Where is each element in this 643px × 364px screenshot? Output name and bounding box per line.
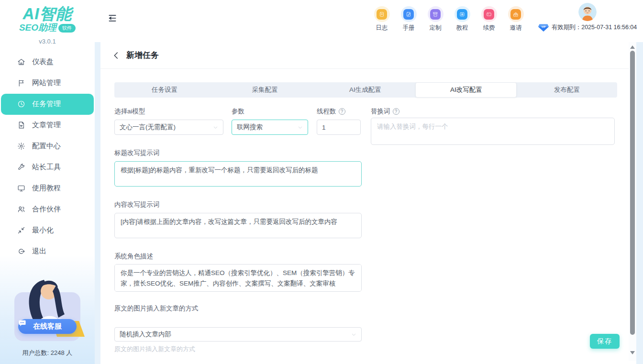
- chevron-down-icon: [298, 125, 303, 130]
- account-area: VIP 有效期到：2025-07-31 16:56:04: [536, 3, 639, 32]
- gear-icon: [17, 142, 25, 150]
- sidebar-item-label: 配置中心: [32, 142, 61, 151]
- sidebar-item-partners[interactable]: 合作伙伴: [0, 199, 95, 220]
- clock-icon: [17, 100, 25, 108]
- title-prompt-label: 标题改写提示词: [114, 149, 160, 157]
- ai-model-select[interactable]: 文心一言(无需配置): [114, 120, 223, 135]
- system-role-label: 系统角色描述: [114, 252, 153, 261]
- sidebar-item-label: 任务管理: [32, 99, 61, 109]
- scrollbar[interactable]: [629, 42, 636, 361]
- shortcut-renew[interactable]: 续费: [478, 6, 499, 32]
- sidebar-item-label: 最小化: [32, 226, 54, 235]
- replace-words-label: 替换词: [371, 107, 399, 116]
- people-icon: [17, 205, 25, 213]
- param-select[interactable]: 联网搜索: [232, 120, 308, 135]
- mail-icon: [513, 11, 519, 17]
- tab-collect-config[interactable]: 采集配置: [215, 82, 315, 98]
- document-icon: [17, 121, 25, 129]
- online-service-label: 在线客服: [33, 322, 62, 331]
- vip-badge-icon: VIP: [538, 24, 549, 32]
- param-label: 参数: [232, 107, 244, 116]
- sidebar-item-label: 文章管理: [32, 121, 61, 130]
- sidebar-item-dashboard[interactable]: 仪表盘: [0, 52, 95, 73]
- content-prompt-textarea[interactable]: [内容]请根据上面的文章内容，改写这篇文章，只需要返回改写后的文章内容: [114, 213, 362, 238]
- topbar: 日志 手册 定制 教程 续费: [95, 0, 643, 42]
- sidebar-item-webmaster-tools[interactable]: 站长工具: [0, 157, 95, 178]
- logo-badge: 软件: [58, 24, 76, 33]
- shortcut-label: 手册: [403, 24, 415, 32]
- app-version: v3.0.1: [0, 38, 95, 45]
- sidebar-item-articles[interactable]: 文章管理: [0, 115, 95, 136]
- help-icon[interactable]: [393, 108, 399, 115]
- customer-service-illustration: [7, 273, 88, 345]
- tab-task-settings[interactable]: 任务设置: [114, 82, 215, 98]
- shortcut-label: 邀请: [510, 24, 522, 32]
- shortcut-label: 定制: [430, 24, 442, 32]
- chevron-down-icon: [351, 332, 356, 337]
- chevron-down-icon: [213, 125, 218, 130]
- image-insert-helper: 原文的图片插入新文章的方式: [114, 345, 195, 353]
- sidebar-item-tutorial[interactable]: 使用教程: [0, 178, 95, 199]
- image-insert-select[interactable]: 随机插入文章内部: [114, 327, 362, 342]
- sidebar-item-websites[interactable]: 网站管理: [0, 73, 95, 94]
- tab-ai-generate-config[interactable]: AI生成配置: [315, 82, 416, 98]
- content-prompt-label: 内容改写提示词: [114, 200, 160, 209]
- app-logo: AI智能 SEO助理 软件 v3.0.1: [0, 0, 95, 45]
- tab-bar: 任务设置 采集配置 AI生成配置 AI改写配置 发布配置: [114, 82, 617, 98]
- tab-publish-config[interactable]: 发布配置: [517, 82, 617, 98]
- chat-bubble-icon: [18, 319, 26, 327]
- online-service-button[interactable]: 在线客服: [18, 319, 77, 334]
- shortcut-label: 续费: [483, 24, 495, 32]
- svg-text:VIP: VIP: [541, 25, 545, 28]
- shortcut-manual[interactable]: 手册: [398, 6, 419, 32]
- sidebar-item-label: 站长工具: [32, 163, 61, 172]
- threads-input[interactable]: [317, 120, 361, 135]
- sidebar-item-label: 仪表盘: [32, 57, 54, 66]
- credit-card-icon: [486, 11, 492, 17]
- shortcut-tutorials[interactable]: 教程: [452, 6, 473, 32]
- sidebar-item-label: 合作伙伴: [32, 205, 61, 214]
- logo-line2: SEO助理: [19, 22, 56, 34]
- wrench-icon: [17, 163, 25, 171]
- replace-words-textarea[interactable]: [371, 118, 615, 145]
- image-insert-label: 原文的图片插入新文章的方式: [114, 303, 203, 314]
- shortcut-invite[interactable]: 邀请: [505, 6, 526, 32]
- title-prompt-textarea[interactable]: 根据[标题]的标题内容，重新改写一个标题，只需要返回改写后的标题: [114, 161, 362, 187]
- vip-expiry-text: 有效期到：2025-07-31 16:56:04: [552, 23, 637, 32]
- monitor-icon: [17, 184, 25, 192]
- archive-icon: [432, 11, 438, 17]
- scroll-down-arrow[interactable]: [630, 351, 635, 354]
- page-title: 新增任务: [126, 50, 159, 61]
- shortcut-logs[interactable]: 日志: [371, 6, 392, 32]
- back-icon[interactable]: [112, 51, 121, 60]
- help-icon[interactable]: [339, 108, 345, 115]
- save-button[interactable]: 保存: [590, 334, 620, 349]
- page-header: 新增任务: [100, 42, 636, 69]
- topbar-shortcuts: 日志 手册 定制 教程 续费: [371, 6, 532, 32]
- avatar[interactable]: [578, 3, 597, 21]
- shortcut-customize[interactable]: 定制: [425, 6, 446, 32]
- customer-service-area: 在线客服 用户总数: 2248 人: [0, 273, 95, 357]
- sidebar-item-tasks[interactable]: 任务管理: [1, 94, 94, 115]
- logo-line1: AI智能: [0, 6, 95, 22]
- sidebar-item-label: 使用教程: [32, 184, 61, 193]
- logout-icon: [17, 247, 25, 255]
- collapse-sidebar-icon[interactable]: [107, 13, 118, 23]
- sidebar-item-minimize[interactable]: 最小化: [0, 220, 95, 241]
- sidebar-item-logout[interactable]: 退出: [0, 241, 95, 262]
- scroll-up-arrow[interactable]: [630, 45, 635, 49]
- scrollbar-thumb[interactable]: [630, 51, 635, 335]
- image-insert-value: 随机插入文章内部: [120, 330, 171, 339]
- video-icon: [459, 11, 465, 17]
- tab-ai-rewrite-config[interactable]: AI改写配置: [415, 82, 517, 98]
- sidebar-item-label: 退出: [32, 247, 46, 256]
- sidebar-item-config[interactable]: 配置中心: [0, 136, 95, 157]
- main-content: 新增任务 任务设置 采集配置 AI生成配置 AI改写配置 发布配置 选择ai模型…: [100, 42, 636, 364]
- shortcut-label: 教程: [456, 24, 468, 32]
- home-icon: [17, 58, 25, 66]
- ai-model-label: 选择ai模型: [114, 107, 145, 116]
- minimize-icon: [17, 226, 25, 234]
- system-role-textarea[interactable]: 你是一个专业的营销达人，精通SEO（搜索引擎优化）、SEM（搜索引擎营销）专家，…: [114, 264, 362, 292]
- log-icon: [379, 11, 385, 17]
- sidebar-item-label: 网站管理: [32, 78, 61, 88]
